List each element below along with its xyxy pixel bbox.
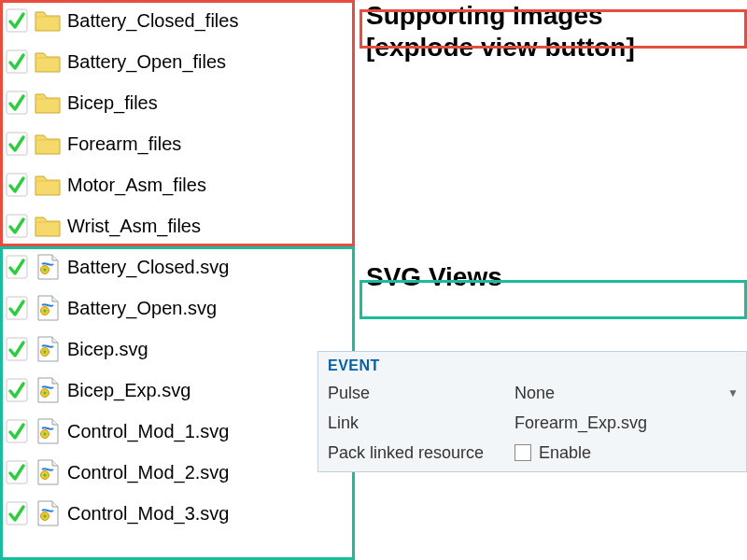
folder-group-highlight [0,0,355,246]
pack-label: Pack linked resource [318,443,514,463]
dropdown-icon[interactable]: ▼ [727,386,739,399]
supporting-images-highlight [359,9,747,49]
link-value: Forearm_Exp.svg [514,413,647,433]
event-properties-panel: EVENT Pulse None ▼ Link Forearm_Exp.svg … [317,351,747,472]
svg-views-highlight [359,280,747,319]
pulse-value: None [514,384,555,403]
pack-resource-row[interactable]: Pack linked resource Enable [318,438,746,468]
link-label: Link [318,413,514,433]
svg-group-highlight [0,246,355,560]
enable-checkbox[interactable] [514,444,531,461]
link-row[interactable]: Link Forearm_Exp.svg [318,408,746,438]
pulse-label: Pulse [318,384,514,403]
event-panel-title: EVENT [318,352,746,378]
pulse-row[interactable]: Pulse None ▼ [318,378,746,408]
enable-label: Enable [539,443,591,463]
